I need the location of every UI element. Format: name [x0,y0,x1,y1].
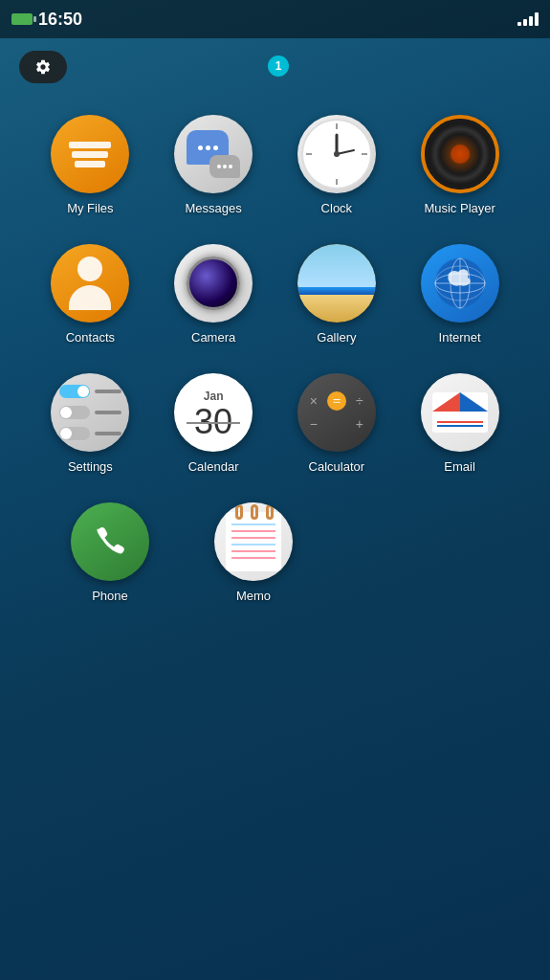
calendar-icon: Jan 30 [174,373,253,452]
signal-bars [517,12,539,26]
phone-icon [71,502,149,581]
camera-icon [174,244,253,323]
app-item-memo[interactable]: Memo [201,502,306,603]
clock-label: Clock [321,201,353,215]
app-item-internet[interactable]: Internet [407,244,513,345]
messages-icon [174,115,253,193]
settings-icon [51,373,129,452]
toolbar: 1 [0,38,550,96]
svg-point-7 [334,151,340,157]
app-row-1: My Files Messages [29,115,521,215]
notification-badge: 1 [268,56,289,77]
clock-icon [297,115,376,193]
contacts-label: Contacts [66,330,115,345]
app-item-camera[interactable]: Camera [161,244,266,345]
app-item-contacts[interactable]: Contacts [37,244,143,345]
app-row-4: Phone [29,502,521,603]
phone-label: Phone [92,589,128,603]
app-item-phone[interactable]: Phone [57,502,163,603]
gear-icon [34,58,52,76]
internet-icon [421,244,499,323]
settings-label: Settings [68,459,113,474]
app-item-messages[interactable]: Messages [161,115,266,215]
status-bar: 16:50 [0,0,550,38]
gallery-icon [297,244,376,323]
memo-label: Memo [236,589,271,603]
app-item-settings[interactable]: Settings [37,373,143,474]
internet-label: Internet [439,330,481,345]
app-item-email[interactable]: Email [407,373,513,474]
app-item-calendar[interactable]: Jan 30 Calendar [161,373,266,474]
email-label: Email [444,459,475,474]
battery-icon [11,13,33,25]
status-left: 16:50 [11,10,82,30]
settings-pill-button[interactable] [19,51,67,83]
app-item-gallery[interactable]: Gallery [284,244,389,345]
calendar-label: Calendar [188,459,239,474]
my-files-label: My Files [67,201,113,215]
my-files-icon [51,115,129,193]
app-item-music-player[interactable]: Music Player [407,115,513,215]
time-display: 16:50 [38,10,82,30]
app-grid: My Files Messages [0,96,550,622]
calculator-icon: × ＝ ÷ − + [297,373,376,452]
messages-label: Messages [186,201,242,215]
music-player-icon [421,115,499,193]
contacts-icon [51,244,129,323]
email-icon [421,373,499,452]
app-row-2: Contacts Camera Gallery [29,244,521,345]
calculator-label: Calculator [309,459,365,474]
app-item-calculator[interactable]: × ＝ ÷ − + Calculator [284,373,389,474]
gallery-label: Gallery [317,330,356,345]
app-item-clock[interactable]: Clock [284,115,389,215]
camera-label: Camera [191,330,235,345]
app-row-3: Settings Jan 30 Calendar × ＝ [29,373,521,474]
music-player-label: Music Player [424,201,495,215]
app-item-my-files[interactable]: My Files [37,115,143,215]
memo-icon [214,502,293,581]
